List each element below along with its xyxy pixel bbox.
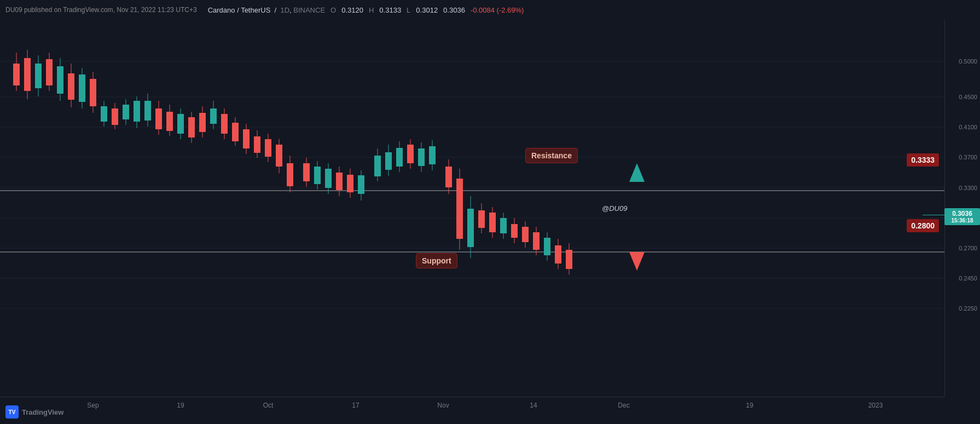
x-label-nov: Nov xyxy=(437,402,449,409)
open-value: 0.3120 xyxy=(341,6,363,14)
svg-rect-65 xyxy=(303,163,310,181)
svg-rect-27 xyxy=(90,79,96,106)
svg-rect-0 xyxy=(0,20,944,397)
published-info: DU09 published on TradingView.com, Nov 2… xyxy=(5,6,197,14)
up-arrow-annotation xyxy=(629,163,645,184)
svg-rect-97 xyxy=(489,213,496,232)
resistance-price-label: 0.3333 xyxy=(907,153,939,167)
svg-rect-25 xyxy=(79,75,85,102)
svg-rect-81 xyxy=(396,148,403,167)
svg-rect-95 xyxy=(478,210,485,228)
low-value: 0.3012 xyxy=(416,6,438,14)
svg-rect-85 xyxy=(418,148,425,166)
svg-rect-37 xyxy=(144,101,151,121)
svg-rect-71 xyxy=(336,173,343,190)
svg-rect-39 xyxy=(155,108,162,129)
svg-rect-19 xyxy=(46,59,53,85)
svg-rect-67 xyxy=(314,167,321,184)
svg-rect-103 xyxy=(522,227,529,242)
svg-rect-91 xyxy=(456,179,463,239)
x-label-oct17: 17 xyxy=(352,402,359,409)
svg-rect-93 xyxy=(467,209,474,247)
svg-rect-111 xyxy=(566,250,572,269)
price-label-2450: 0.2450 xyxy=(959,275,977,282)
header: DU09 published on TradingView.com, Nov 2… xyxy=(0,0,980,20)
svg-rect-23 xyxy=(68,73,74,100)
svg-rect-51 xyxy=(221,114,228,134)
price-label-4100: 0.4100 xyxy=(959,124,977,130)
x-label-dec19: 19 xyxy=(746,402,753,409)
svg-marker-112 xyxy=(629,163,645,182)
svg-rect-105 xyxy=(533,232,540,250)
svg-rect-31 xyxy=(112,108,118,125)
svg-rect-55 xyxy=(243,129,250,148)
price-label-5000: 0.5000 xyxy=(959,58,977,65)
x-label-2023: 2023 xyxy=(868,402,883,409)
price-label-2700: 0.2700 xyxy=(959,245,977,251)
support-annotation: Support xyxy=(416,253,457,268)
current-price-box: 0.3036 15:36:18 xyxy=(944,208,980,225)
svg-rect-89 xyxy=(445,167,452,187)
support-price-label: 0.2800 xyxy=(907,219,939,232)
svg-rect-63 xyxy=(287,163,293,186)
price-change: -0.0084 (-2.69%) xyxy=(471,6,524,14)
svg-rect-109 xyxy=(555,245,561,263)
svg-rect-77 xyxy=(374,156,381,176)
svg-rect-33 xyxy=(123,105,129,119)
candlestick-chart xyxy=(0,20,944,397)
resistance-annotation: Resistance xyxy=(525,148,578,163)
symbol-info: Cardano / TetherUS / 1D, BINANCE O 0.312… xyxy=(208,6,524,14)
tv-text: TradingView xyxy=(22,408,63,416)
svg-rect-17 xyxy=(35,64,42,88)
tv-icon: TV xyxy=(5,405,19,419)
price-label-3700: 0.3700 xyxy=(959,154,977,161)
svg-rect-59 xyxy=(265,139,271,157)
svg-rect-73 xyxy=(347,175,353,192)
svg-rect-45 xyxy=(188,117,195,137)
svg-marker-113 xyxy=(629,252,645,271)
x-axis: Sep 19 Oct 17 Nov 14 Dec 19 2023 xyxy=(0,397,944,424)
svg-rect-79 xyxy=(385,152,392,170)
svg-rect-49 xyxy=(210,108,217,124)
down-arrow-annotation xyxy=(629,252,645,273)
svg-rect-57 xyxy=(254,136,260,153)
svg-rect-15 xyxy=(24,58,31,91)
x-label-nov14: 14 xyxy=(530,402,537,409)
x-label-sep: Sep xyxy=(87,402,98,409)
close-value: 0.3036 xyxy=(443,6,465,14)
current-price-line xyxy=(923,215,944,215)
chart-container: DU09 published on TradingView.com, Nov 2… xyxy=(0,0,980,424)
svg-rect-21 xyxy=(57,66,63,94)
svg-rect-35 xyxy=(134,101,140,122)
svg-rect-101 xyxy=(511,224,518,238)
svg-rect-61 xyxy=(276,145,282,167)
svg-rect-99 xyxy=(500,218,507,233)
x-label-dec: Dec xyxy=(618,402,629,409)
svg-rect-75 xyxy=(358,175,364,194)
svg-rect-41 xyxy=(166,112,173,131)
author-label: @DU09 xyxy=(602,204,627,213)
svg-rect-83 xyxy=(407,145,414,163)
svg-rect-13 xyxy=(13,64,20,85)
svg-rect-107 xyxy=(544,238,550,255)
x-label-sep19: 19 xyxy=(177,402,184,409)
tradingview-logo: TV TradingView xyxy=(5,405,63,419)
svg-rect-53 xyxy=(232,123,239,141)
x-label-oct: Oct xyxy=(263,402,274,409)
svg-rect-47 xyxy=(199,113,206,132)
svg-rect-69 xyxy=(325,169,332,188)
svg-rect-43 xyxy=(177,114,184,134)
svg-rect-87 xyxy=(429,146,436,164)
svg-rect-29 xyxy=(101,106,107,122)
symbol-name: Cardano / TetherUS / 1D, BINANCE xyxy=(208,6,325,14)
price-label-4500: 0.4500 xyxy=(959,94,977,100)
price-label-3300: 0.3300 xyxy=(959,185,977,191)
high-value: 0.3133 xyxy=(379,6,401,14)
price-label-2250: 0.2250 xyxy=(959,305,977,312)
